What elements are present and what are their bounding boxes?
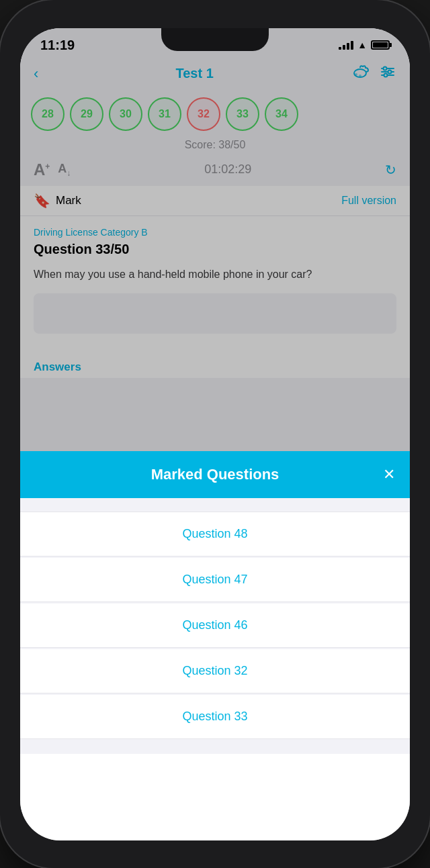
list-item-q32[interactable]: Question 32 [20, 649, 410, 693]
list-item-q47[interactable]: Question 47 [20, 558, 410, 602]
modal-close-button[interactable]: ✕ [383, 466, 395, 483]
modal-title: Marked Questions [151, 466, 280, 483]
modal-overlay: Marked Questions ✕ Question 48 Question … [20, 28, 410, 840]
phone-screen: 11:19 ▲ ‹ Test 1 [20, 28, 410, 840]
modal-list: Question 48 Question 47 Question 46 Ques… [20, 498, 410, 754]
list-item-q48[interactable]: Question 48 [20, 512, 410, 557]
modal-header: Marked Questions ✕ [20, 451, 410, 498]
list-item-q33[interactable]: Question 33 [20, 695, 410, 739]
phone-shell: 11:19 ▲ ‹ Test 1 [0, 0, 430, 868]
modal-panel: Marked Questions ✕ Question 48 Question … [20, 451, 410, 840]
list-item-q46[interactable]: Question 46 [20, 604, 410, 648]
